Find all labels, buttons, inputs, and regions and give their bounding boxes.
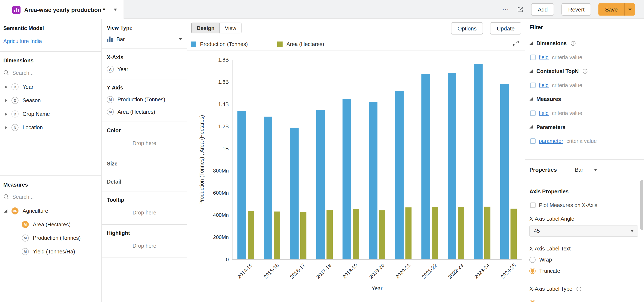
area-bar[interactable] (248, 211, 254, 259)
semantic-model-heading: Semantic Model (3, 25, 98, 31)
dimension-item[interactable]: DYear (0, 80, 101, 94)
measure-item[interactable]: MArea (Hectares) (0, 218, 101, 231)
production-bar[interactable] (395, 90, 404, 259)
measure-group-agriculture[interactable]: MG Agriculture (0, 204, 101, 218)
color-drop-zone[interactable]: Drop here (107, 140, 182, 149)
save-dropdown-button[interactable] (624, 3, 635, 16)
expand-icon[interactable] (5, 85, 8, 88)
production-bar[interactable] (264, 117, 272, 259)
chevron-down-icon[interactable] (114, 8, 117, 11)
x-axis-label-angle-value: 45 (534, 228, 540, 234)
axis-properties-heading: Axis Properties (530, 188, 638, 195)
chevron-down-icon[interactable] (179, 38, 182, 40)
measures-tree: MG Agriculture MArea (Hectares)MProducti… (0, 204, 101, 258)
criteria-checkbox[interactable] (530, 82, 536, 88)
filter-section-header[interactable]: Measures (530, 95, 638, 103)
area-bar[interactable] (274, 212, 280, 259)
filter-section-header[interactable]: Parameters (530, 123, 638, 131)
measure-item[interactable]: MYield (Tonnes/Ha) (0, 245, 101, 258)
save-button[interactable]: Save (598, 3, 624, 16)
update-button[interactable]: Update (490, 22, 521, 34)
share-icon[interactable] (517, 6, 524, 13)
production-bar[interactable] (448, 73, 456, 259)
filter-section-header[interactable]: Contextual TopN (530, 67, 638, 75)
area-bar[interactable] (510, 209, 517, 259)
semantic-model-panel: Semantic Model Agriculture India Dimensi… (0, 20, 102, 302)
criteria-field-link[interactable]: field (539, 110, 548, 116)
size-section[interactable]: Size (102, 155, 187, 173)
info-icon (576, 286, 582, 291)
measures-search-input[interactable] (12, 194, 78, 200)
bar-group (259, 60, 285, 259)
highlight-drop-zone[interactable]: Drop here (107, 243, 182, 252)
criteria-field-link[interactable]: parameter (539, 138, 563, 144)
search-icon (3, 194, 9, 200)
dimension-item[interactable]: DLocation (0, 121, 101, 134)
more-options-icon[interactable]: ⋯ (502, 6, 510, 13)
production-bar[interactable] (500, 84, 509, 259)
bar-chart-icon (107, 37, 113, 42)
expand-chart-icon[interactable] (512, 40, 519, 48)
criteria-checkbox[interactable] (530, 54, 536, 60)
area-bar[interactable] (379, 210, 385, 259)
plot-measures-checkbox[interactable] (530, 202, 536, 208)
options-button[interactable]: Options (451, 22, 483, 34)
detail-section[interactable]: Detail (102, 173, 187, 192)
area-bar[interactable] (432, 207, 438, 259)
expand-icon[interactable] (5, 126, 8, 129)
measure-type-badge: M (22, 221, 29, 228)
production-bar[interactable] (238, 111, 246, 259)
production-bar[interactable] (342, 99, 351, 259)
y-axis-field[interactable]: MArea (Hectares) (107, 108, 182, 116)
criteria-field-link[interactable]: field (539, 82, 548, 88)
add-button[interactable]: Add (531, 3, 554, 16)
x-axis-tick-label: 2024-25 (492, 262, 517, 287)
criteria-checkbox[interactable] (530, 138, 536, 144)
expand-icon[interactable] (5, 112, 8, 116)
dimension-item[interactable]: DCrop Name (0, 107, 101, 121)
semantic-model-link[interactable]: Agriculture India (3, 38, 98, 44)
area-bar[interactable] (405, 208, 412, 259)
legend-item[interactable]: Production (Tonnes) (191, 41, 248, 47)
production-bar[interactable] (474, 64, 483, 259)
expand-icon[interactable] (5, 99, 8, 102)
collapse-icon[interactable] (4, 209, 7, 212)
scrollbar-thumb[interactable] (640, 180, 643, 230)
bar-group (390, 60, 416, 259)
tab-view[interactable]: View (220, 22, 242, 33)
revert-button[interactable]: Revert (562, 3, 591, 16)
criteria-field-link[interactable]: field (539, 54, 548, 60)
measure-item[interactable]: MProduction (Tonnes) (0, 231, 101, 245)
area-bar[interactable] (484, 207, 490, 259)
truncate-radio[interactable] (530, 268, 536, 274)
dimensions-search-input[interactable] (12, 70, 78, 76)
area-bar[interactable] (353, 209, 359, 259)
criteria-value-label: criteria value (566, 138, 597, 144)
criteria-checkbox[interactable] (530, 110, 536, 116)
production-bar[interactable] (290, 128, 299, 259)
x-axis-tick-label: 2016-17 (282, 262, 306, 287)
x-axis-label-angle-select[interactable]: 45 (530, 226, 638, 236)
bar-group (364, 60, 390, 259)
filter-criteria-row: fieldcriteria value (530, 81, 638, 89)
x-axis-field[interactable]: A Year (107, 66, 182, 73)
area-bar[interactable] (300, 212, 306, 259)
document-tab[interactable]: Area-wise yearly production * (0, 0, 124, 20)
tab-design[interactable]: Design (192, 22, 220, 33)
legend-item[interactable]: Area (Hectares) (277, 41, 324, 47)
view-type-selector[interactable]: Bar (107, 36, 182, 42)
dimension-item[interactable]: DSeason (0, 94, 101, 107)
bar-group (232, 60, 259, 259)
tooltip-drop-zone[interactable]: Drop here (107, 210, 182, 218)
area-bar[interactable] (458, 207, 464, 259)
filter-section-header[interactable]: Dimensions (530, 40, 638, 47)
wrap-radio[interactable] (530, 256, 536, 262)
area-bar[interactable] (326, 210, 333, 259)
properties-type-dropdown[interactable]: Bar (575, 166, 597, 173)
production-bar[interactable] (422, 74, 430, 259)
collapse-icon (530, 42, 532, 45)
production-bar[interactable] (316, 110, 325, 259)
y-axis-field[interactable]: MProduction (Tonnes) (107, 96, 182, 103)
production-bar[interactable] (369, 102, 378, 259)
clipped-radio[interactable] (530, 300, 536, 302)
